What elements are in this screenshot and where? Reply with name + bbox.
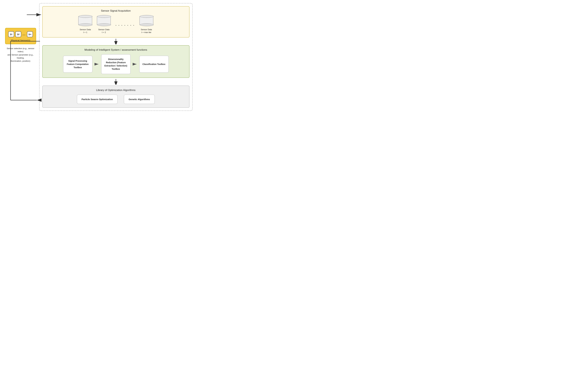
cylinder-1	[78, 15, 92, 26]
acquisition-title: Sensor Signal Acquisition	[101, 9, 131, 12]
sensor-data-item-max: Sensor Datat = max iter	[139, 15, 153, 34]
sensor-data-label-1: Sensor Datat = 1	[80, 28, 91, 34]
ellipsis-dots: · · · · · · ·	[115, 24, 135, 27]
cylinder-top-max	[140, 15, 154, 18]
toolbox-arrow-1	[94, 62, 99, 66]
sensor-data-ellipsis: · · · · · · ·	[115, 22, 135, 27]
arrow-acquisition-to-modeling	[42, 37, 189, 45]
cylinder-max	[139, 15, 153, 26]
modeling-box: Modeling of Intelligent System / assessm…	[42, 45, 189, 78]
sensor-dots: ...	[22, 33, 26, 36]
toolbox-arrow-2	[132, 62, 138, 66]
sensor-acquisition-box: Sensor Signal Acquisition Sensor Datat =…	[42, 6, 189, 37]
sensor-s1: S1	[8, 31, 14, 37]
arrow-left-to-acquisition	[27, 12, 42, 18]
optimization-box: Library of Optimization Algorithms Parti…	[42, 85, 189, 108]
arrow-modeling-to-optimization	[42, 78, 189, 85]
main-outer: Sensor Signal Acquisition Sensor Datat =…	[39, 3, 193, 111]
sensor-s2: S2	[15, 31, 21, 37]
cylinder-bottom-2	[97, 23, 111, 26]
sensors-row: S1 S2 ... Sm	[8, 31, 33, 37]
cylinder-top-2	[97, 15, 111, 18]
sensor-data-label-2: Sensor Datat = 2	[98, 28, 109, 34]
optimization-row: Particle Swarm Optimization Genetic Algo…	[77, 95, 155, 104]
optimization-pso: Particle Swarm Optimization	[77, 95, 118, 104]
optimization-title: Library of Optimization Algorithms	[96, 89, 135, 92]
sensor-data-label-max: Sensor Datat = max iter	[141, 28, 152, 34]
cylinder-top-1	[79, 15, 92, 18]
cylinder-2	[97, 15, 111, 26]
sensor-data-row: Sensor Datat = 1 Sensor Datat = 2	[78, 15, 153, 34]
cylinder-body-1	[78, 16, 92, 25]
sensor-sm: Sm	[27, 31, 33, 37]
arrow-feedback	[9, 40, 42, 102]
toolbox-dimensionality-reduction: Dimensionality Reduction (Feature Extrac…	[101, 54, 131, 74]
toolbox-row: Signal Processing Feature Computation To…	[63, 54, 169, 74]
cylinder-body-max	[139, 16, 153, 25]
diagram-container: S1 S2 ... Sm Physical Sensor(s) Sensor s…	[4, 3, 193, 119]
cylinder-bottom-max	[140, 23, 154, 26]
cylinder-body-2	[97, 16, 111, 25]
toolbox-signal-processing: Signal Processing Feature Computation To…	[63, 56, 92, 73]
right-column: Sensor Signal Acquisition Sensor Datat =…	[39, 3, 193, 111]
cylinder-bottom-1	[79, 23, 92, 26]
modeling-title: Modeling of Intelligent System / assessm…	[84, 48, 147, 51]
toolbox-classification: Classification Toolbox	[139, 56, 169, 73]
sensor-data-item-2: Sensor Datat = 2	[97, 15, 111, 34]
sensor-data-item-1: Sensor Datat = 1	[78, 15, 92, 34]
optimization-ga: Genetic Algorithms	[124, 95, 155, 104]
